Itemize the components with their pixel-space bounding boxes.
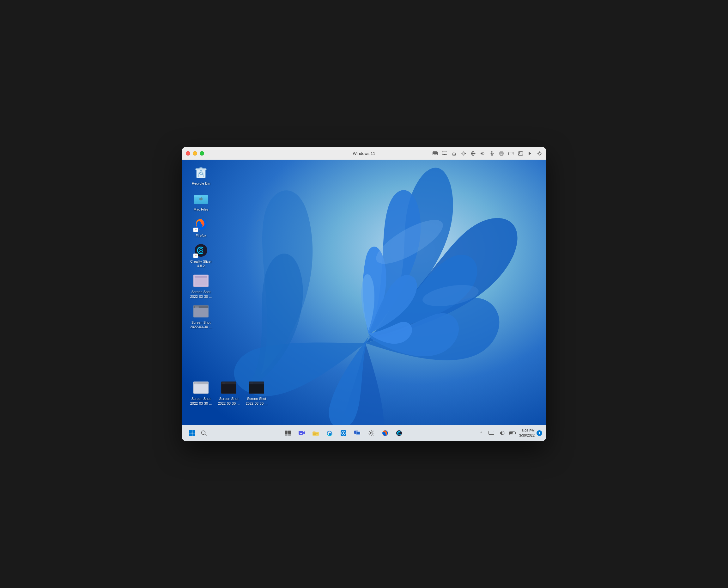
- svg-point-87: [370, 432, 372, 434]
- clock[interactable]: 8:08 PM 3/30/2022: [519, 428, 535, 438]
- screenshot1-label: Screen Shot 2022-03-30 ...: [190, 290, 212, 299]
- task-view-button[interactable]: [282, 427, 294, 439]
- maximize-button[interactable]: [200, 151, 204, 155]
- svg-rect-66: [189, 430, 192, 433]
- svg-rect-49: [195, 278, 207, 286]
- settings-taskbar-button[interactable]: [365, 427, 378, 439]
- display-icon[interactable]: [487, 427, 496, 439]
- svg-point-83: [343, 433, 344, 434]
- date-display: 3/30/2022: [519, 433, 535, 438]
- svg-rect-7: [435, 153, 436, 154]
- creality-icon[interactable]: ↗ Creality Slicer 4.8.2: [188, 241, 214, 270]
- explorer-button[interactable]: [309, 427, 322, 439]
- firefox-image: ↗: [193, 217, 208, 232]
- keyboard-icon[interactable]: [432, 150, 438, 156]
- screenshot2-label: Screen Shot 2022-03-30 ...: [190, 320, 212, 330]
- traffic-lights: [186, 151, 204, 155]
- printer-icon[interactable]: [499, 150, 504, 156]
- firefox-icon[interactable]: ↗ Firefox: [188, 216, 214, 239]
- recycle-bin-image: [193, 165, 208, 180]
- minimize-button[interactable]: [193, 151, 197, 155]
- svg-rect-69: [193, 434, 195, 436]
- screenshot2-image: [193, 304, 208, 319]
- screenshot5-image: [249, 380, 264, 395]
- svg-rect-72: [285, 430, 288, 434]
- svg-point-15: [463, 153, 464, 154]
- desktop-icons-column: Recycle Bin: [188, 164, 214, 331]
- svg-rect-61: [222, 383, 226, 383]
- shortcut-arrow-2: ↗: [193, 254, 198, 258]
- lock-icon[interactable]: [451, 150, 457, 156]
- windows-logo-button[interactable]: [186, 427, 198, 439]
- media-button[interactable]: [337, 427, 350, 439]
- title-bar: Windows 11: [182, 147, 546, 160]
- battery-icon[interactable]: [508, 427, 517, 439]
- svg-rect-12: [444, 154, 445, 155]
- svg-rect-5: [433, 153, 434, 154]
- edge-button[interactable]: [323, 427, 336, 439]
- photo-icon[interactable]: [517, 150, 523, 156]
- svg-point-41: [201, 197, 202, 198]
- mac-files-label: Mac Files: [193, 207, 208, 211]
- mic-icon[interactable]: [489, 150, 495, 156]
- camera-icon[interactable]: [508, 150, 514, 156]
- screenshot3-label: Screen Shot 2022-03-30 ...: [190, 396, 212, 405]
- volume-icon[interactable]: [480, 150, 485, 156]
- svg-rect-53: [195, 307, 199, 308]
- svg-rect-1: [433, 152, 434, 153]
- svg-rect-4: [436, 152, 437, 153]
- svg-point-45: [200, 250, 202, 251]
- taskbar: M: [182, 425, 546, 441]
- svg-rect-57: [195, 383, 198, 383]
- volume-taskbar-icon[interactable]: [498, 427, 507, 439]
- svg-rect-91: [489, 431, 494, 435]
- svg-rect-96: [515, 432, 516, 434]
- svg-text:M: M: [300, 432, 302, 435]
- svg-rect-79: [313, 434, 318, 434]
- options-icon[interactable]: [461, 150, 466, 156]
- screenshot3-image: [193, 380, 208, 395]
- svg-rect-86: [357, 432, 359, 434]
- time-display: 8:08 PM: [522, 428, 535, 433]
- screenshot2-icon[interactable]: Screen Shot 2022-03-30 ...: [188, 302, 214, 331]
- screenshot1-icon[interactable]: Screen Shot 2022-03-30 ...: [188, 272, 214, 300]
- creality-taskbar-button[interactable]: [393, 427, 405, 439]
- svg-rect-2: [434, 152, 435, 153]
- svg-rect-10: [442, 151, 447, 154]
- screen-icon[interactable]: [442, 150, 447, 156]
- play-icon[interactable]: [527, 150, 533, 156]
- close-button[interactable]: [186, 151, 190, 155]
- firefox-taskbar-button[interactable]: [379, 427, 392, 439]
- recycle-bin-icon[interactable]: Recycle Bin: [188, 164, 214, 187]
- desktop-icons-bottom: Screen Shot 2022-03-30 ... Screen Shot 2…: [188, 379, 269, 407]
- svg-point-25: [503, 153, 503, 154]
- svg-rect-26: [509, 152, 512, 155]
- mac-window: Windows 11: [182, 147, 546, 441]
- svg-rect-56: [194, 384, 208, 394]
- screenshot3-icon[interactable]: Screen Shot 2022-03-30 ...: [188, 379, 214, 407]
- mac-files-icon[interactable]: Mac Files: [188, 189, 214, 213]
- mac-files-image: [193, 191, 208, 206]
- screenshot5-icon[interactable]: Screen Shot 2022-03-30 ...: [244, 379, 269, 407]
- desktop[interactable]: Recycle Bin: [182, 160, 546, 425]
- search-button[interactable]: [198, 427, 209, 439]
- svg-line-71: [205, 434, 206, 436]
- gear-icon[interactable]: [536, 150, 542, 156]
- svg-rect-19: [491, 151, 493, 154]
- svg-rect-75: [288, 434, 291, 436]
- screenshot4-image: [221, 380, 236, 395]
- notification-badge[interactable]: 1: [536, 430, 542, 436]
- remote-button[interactable]: [351, 427, 364, 439]
- screenshot4-icon[interactable]: Screen Shot 2022-03-30 ...: [216, 379, 241, 407]
- svg-rect-35: [199, 168, 202, 169]
- svg-rect-6: [434, 153, 435, 154]
- svg-rect-73: [288, 430, 291, 434]
- screenshot1-image: [193, 273, 208, 288]
- globe-icon[interactable]: [470, 150, 476, 156]
- svg-rect-64: [249, 384, 264, 394]
- svg-rect-68: [189, 434, 192, 436]
- meet-button[interactable]: M: [295, 427, 308, 439]
- tray-chevron[interactable]: ^: [478, 427, 485, 439]
- title-bar-icons: [432, 150, 542, 156]
- firefox-label: Firefox: [196, 233, 206, 238]
